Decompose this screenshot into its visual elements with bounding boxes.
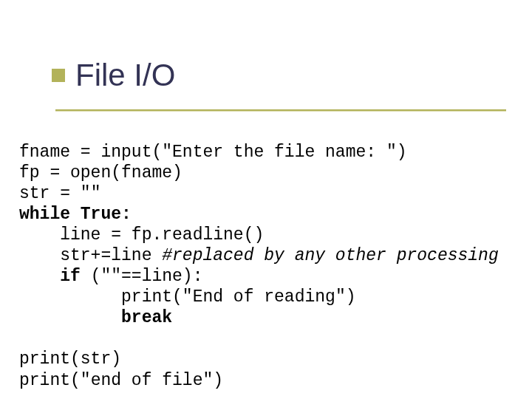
code-line-10: print(str): [19, 349, 121, 369]
keyword-break: break: [121, 308, 172, 327]
keyword-while: while: [19, 205, 70, 224]
code-line-3: str = "": [19, 184, 100, 203]
code-line-1: fname = input("Enter the file name: "): [19, 143, 407, 162]
code-line-6: str+=line #replaced by any other process…: [19, 246, 499, 265]
code-line-5: line = fp.readline(): [19, 225, 264, 245]
divider: [55, 109, 506, 111]
code-block: fname = input("Enter the file name: ") f…: [19, 142, 499, 391]
slide: File I/O fname = input("Enter the file n…: [0, 0, 532, 399]
title-row: File I/O: [52, 58, 175, 93]
code-line-4: while True:: [19, 205, 132, 224]
bullet-icon: [52, 69, 65, 82]
keyword-if: if: [60, 267, 81, 286]
comment: #replaced by any other processing: [162, 246, 498, 265]
code-line-7: if (""==line):: [19, 267, 202, 286]
slide-title: File I/O: [75, 58, 175, 93]
code-line-11: print("end of file"): [19, 371, 223, 390]
code-line-2: fp = open(fname): [19, 163, 183, 183]
code-line-9: break: [19, 308, 172, 327]
code-line-8: print("End of reading"): [19, 287, 356, 307]
